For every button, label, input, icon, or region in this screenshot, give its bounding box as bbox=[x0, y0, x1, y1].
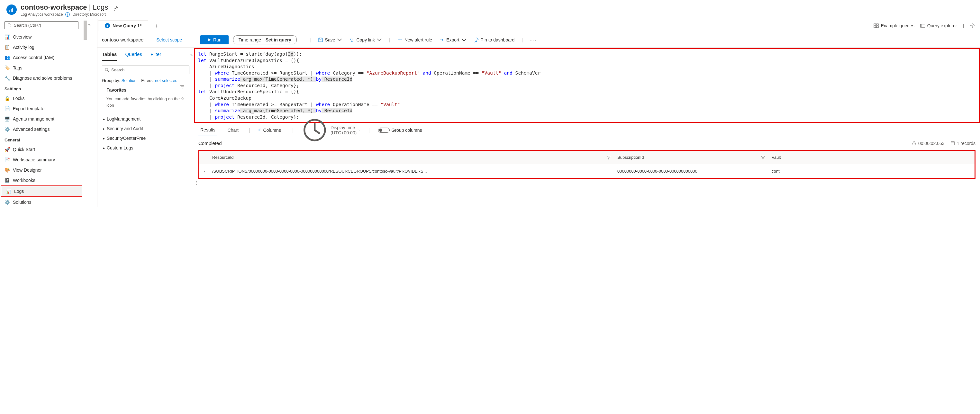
nav-advanced[interactable]: ⚙️Advanced settings bbox=[0, 124, 83, 134]
tree-logmanagement[interactable]: ▸LogManagement bbox=[102, 114, 189, 124]
filters-value[interactable]: not selected bbox=[155, 78, 178, 83]
svg-rect-2 bbox=[12, 8, 13, 12]
query-tab-icon: ⎈ bbox=[105, 23, 110, 28]
svg-point-11 bbox=[972, 25, 973, 26]
nav-workspace-summary[interactable]: 📑Workspace summary bbox=[0, 155, 83, 165]
query-editor[interactable]: let RangeStart = startofday(ago(3d)); le… bbox=[194, 48, 980, 123]
svg-rect-8 bbox=[877, 26, 878, 28]
status-row: Completed 00:00:02.053 1 records bbox=[194, 137, 980, 149]
resize-handle[interactable]: ⋮ bbox=[194, 181, 980, 184]
time-range-selector[interactable]: Time range : Set in query bbox=[233, 35, 297, 44]
results-tab[interactable]: Results bbox=[198, 124, 217, 136]
nav-export-template[interactable]: 📄Export template bbox=[0, 103, 83, 114]
collapse-panel-icon[interactable]: « bbox=[190, 52, 192, 57]
favorites-heading: Favorites bbox=[107, 87, 189, 93]
panel-tab-queries[interactable]: Queries bbox=[125, 51, 142, 61]
results-grid: ResourceId SubscriptionId Vault bbox=[198, 150, 975, 179]
pin-dashboard-button[interactable]: Pin to dashboard bbox=[474, 37, 515, 43]
info-icon[interactable]: i bbox=[65, 12, 70, 17]
collapse-sidebar-icon[interactable]: « bbox=[88, 22, 91, 27]
svg-rect-5 bbox=[874, 24, 876, 25]
cell-resourceid: /SUBSCRIPTIONS/00000000-0000-0000-0000-0… bbox=[209, 169, 614, 174]
nav-locks[interactable]: 🔒Locks bbox=[0, 93, 83, 103]
columns-button[interactable]: Columns bbox=[258, 128, 283, 133]
nav-access-control[interactable]: 👥Access control (IAM) bbox=[0, 52, 83, 63]
more-actions-button[interactable]: ⋯ bbox=[530, 36, 537, 44]
nav-logs[interactable]: 📊Logs bbox=[1, 186, 82, 197]
workspace-type-label: Log Analytics workspace bbox=[21, 12, 63, 17]
svg-rect-6 bbox=[877, 24, 878, 25]
content-area: ⎈ New Query 1* ＋ Example queries Query e… bbox=[97, 19, 980, 207]
filters-label: Filters: bbox=[141, 78, 154, 83]
group-columns-toggle[interactable]: Group columns bbox=[378, 128, 422, 133]
pin-icon[interactable] bbox=[113, 6, 118, 12]
workspace-label: contoso-workspace bbox=[102, 37, 143, 43]
sidebar-scrollbar[interactable] bbox=[83, 19, 88, 207]
group-by-value[interactable]: Solution bbox=[121, 78, 137, 83]
results-toolbar: Results Chart | Columns | Display time (… bbox=[194, 123, 980, 137]
workspace-icon bbox=[6, 5, 17, 15]
scope-toolbar: contoso-workspace Select scope Run Time … bbox=[97, 32, 980, 48]
tree-securitycenter[interactable]: ▸SecurityCenterFree bbox=[102, 133, 189, 143]
query-explorer-button[interactable]: Query explorer bbox=[920, 23, 957, 28]
nav-activity-log[interactable]: 📋Activity log bbox=[0, 42, 83, 52]
cell-vault: cont bbox=[768, 169, 975, 174]
svg-rect-21 bbox=[260, 129, 261, 131]
save-button[interactable]: Save bbox=[318, 37, 342, 43]
nav-section-settings: Settings bbox=[0, 83, 83, 93]
add-tab-button[interactable]: ＋ bbox=[150, 20, 162, 32]
col-header-subscriptionid[interactable]: SubscriptionId bbox=[614, 155, 768, 160]
svg-rect-1 bbox=[11, 10, 11, 12]
svg-line-4 bbox=[10, 26, 11, 27]
nav-agents[interactable]: 🖥️Agents management bbox=[0, 114, 83, 124]
example-queries-button[interactable]: Example queries bbox=[873, 23, 914, 28]
tables-search-input[interactable]: Search bbox=[102, 65, 189, 74]
favorites-help-text: You can add favorites by clicking on the… bbox=[107, 96, 185, 108]
grid-header-row: ResourceId SubscriptionId Vault bbox=[199, 151, 975, 164]
svg-point-15 bbox=[105, 68, 108, 71]
page-title: contoso-workspace | Logs bbox=[21, 3, 108, 11]
cell-subscriptionid: 00000000-0000-0000-0000-000000000000 bbox=[614, 169, 768, 174]
nav-quickstart[interactable]: 🚀Quick Start bbox=[0, 144, 83, 155]
records-label: 1 records bbox=[950, 141, 975, 146]
duration-label: 00:00:02.053 bbox=[912, 141, 945, 146]
sidebar-search-input[interactable]: Search (Ctrl+/) bbox=[5, 21, 78, 29]
svg-rect-12 bbox=[320, 38, 321, 39]
run-button[interactable]: Run bbox=[200, 35, 229, 44]
nav-section-general: General bbox=[0, 134, 83, 144]
group-by-label: Group by: bbox=[102, 78, 120, 83]
nav-workbooks[interactable]: 📓Workbooks bbox=[0, 175, 83, 186]
grid-data-row[interactable]: › /SUBSCRIPTIONS/00000000-0000-0000-0000… bbox=[199, 164, 975, 178]
nav-view-designer[interactable]: 🎨View Designer bbox=[0, 165, 83, 175]
col-header-vault[interactable]: Vault bbox=[768, 155, 975, 160]
tables-panel: Tables Queries Filter « Search bbox=[97, 48, 194, 207]
new-alert-button[interactable]: New alert rule bbox=[398, 37, 432, 43]
directory-label: Directory: Microsoft bbox=[72, 12, 105, 17]
svg-rect-20 bbox=[259, 129, 260, 131]
nav-tags[interactable]: 🏷️Tags bbox=[0, 63, 83, 73]
export-button[interactable]: Export bbox=[439, 37, 466, 43]
svg-rect-0 bbox=[10, 10, 10, 12]
col-header-resourceid[interactable]: ResourceId bbox=[209, 155, 614, 160]
tree-security-audit[interactable]: ▸Security and Audit bbox=[102, 124, 189, 133]
nav-solutions[interactable]: ⚙️Solutions bbox=[0, 197, 83, 207]
copy-link-button[interactable]: Copy link bbox=[349, 37, 382, 43]
expand-row-icon[interactable]: › bbox=[199, 169, 209, 174]
select-scope-link[interactable]: Select scope bbox=[156, 37, 182, 43]
svg-rect-26 bbox=[951, 141, 954, 145]
query-tab[interactable]: ⎈ New Query 1* bbox=[98, 20, 148, 31]
left-sidebar: Search (Ctrl+/) « 📊Overview 📋Activity lo… bbox=[0, 19, 83, 207]
page-header: contoso-workspace | Logs Log Analytics w… bbox=[0, 0, 980, 19]
tree-custom-logs[interactable]: ▸Custom Logs bbox=[102, 143, 189, 153]
svg-rect-9 bbox=[921, 24, 925, 27]
panel-tab-filter[interactable]: Filter bbox=[151, 51, 161, 61]
svg-rect-7 bbox=[874, 26, 876, 28]
status-label: Completed bbox=[198, 140, 222, 146]
chart-tab[interactable]: Chart bbox=[226, 124, 240, 136]
svg-line-16 bbox=[107, 70, 109, 72]
panel-tab-tables[interactable]: Tables bbox=[102, 51, 117, 61]
settings-gear-icon[interactable] bbox=[970, 23, 975, 28]
sort-icon[interactable] bbox=[180, 84, 185, 90]
nav-overview[interactable]: 📊Overview bbox=[0, 32, 83, 42]
nav-diagnose[interactable]: 🔧Diagnose and solve problems bbox=[0, 73, 83, 83]
